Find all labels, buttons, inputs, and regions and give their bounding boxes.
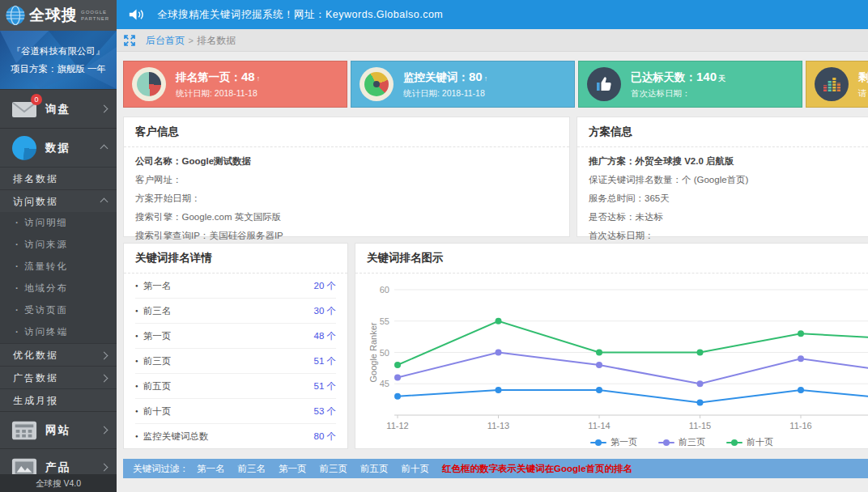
breadcrumb: 后台首页 > 排名数据 (117, 29, 868, 52)
chevron-right-icon (100, 105, 108, 113)
partner-label: GOOGLE PARTNER (81, 9, 109, 22)
rank-row-page5: 前五页51 个 (135, 374, 336, 399)
rank-row-total: 监控关键词总数80 个 (135, 424, 336, 449)
svg-text:55: 55 (380, 316, 389, 326)
sidebar-item-visited-pages[interactable]: 受访页面 (0, 299, 117, 321)
panel-title: 客户信息 (124, 117, 569, 147)
stat-card-subtitle: 请 (858, 88, 868, 100)
breadcrumb-current: 排名数据 (197, 35, 236, 46)
info-row-promotion-plan: 推广方案：外贸全球搜 V2.0 启航版 (589, 152, 868, 171)
stat-card-first-page-ranking[interactable]: 排名第一页：48↑ 统计日期: 2018-11-18 (123, 61, 347, 108)
keyword-ranking-detail-panel: 关键词排名详情 第一名20 个 前三名30 个 第一页48 个 前三页51 个 … (123, 243, 348, 449)
stat-card-subtitle: 统计日期: 2018-11-18 (176, 88, 260, 100)
breadcrumb-home[interactable]: 后台首页 (146, 35, 185, 46)
chevron-right-icon (100, 464, 108, 472)
rank-row-top3: 前三名30 个 (135, 299, 336, 324)
pie-icon (12, 136, 36, 160)
svg-text:11-13: 11-13 (487, 421, 509, 430)
chevron-right-icon (100, 375, 108, 383)
filter-top1[interactable]: 第一名 (197, 463, 225, 475)
svg-text:11-16: 11-16 (789, 421, 811, 430)
breadcrumb-separator: > (188, 36, 193, 45)
line-chart: 4550556011-1211-1311-1411-1511-16Google … (355, 274, 868, 435)
sidebar: 全球搜 GOOGLE PARTNER 『谷道科技有限公司』 项目方案：旗舰版 一… (0, 0, 117, 492)
sidebar-item-region-distribution[interactable]: 地域分布 (0, 278, 117, 299)
thumbs-up-icon (587, 67, 621, 101)
svg-text:Google Ranker: Google Ranker (368, 322, 378, 382)
sidebar-item-inquiry[interactable]: 0 询盘 (0, 89, 117, 128)
info-row-service-time: 服务总时间：365天 (589, 189, 868, 208)
announcement-text: 全球搜精准关键词挖掘系统！网址：Keywords.Globalso.com (157, 8, 443, 22)
inquiry-badge: 0 (31, 94, 42, 105)
customer-info-panel: 客户信息 公司名称：Google测试数据 客户网址： 方案开始日期： 搜索引擎：… (123, 117, 570, 237)
svg-text:11-15: 11-15 (689, 421, 711, 430)
filter-page3[interactable]: 前三页 (320, 463, 348, 475)
filter-top3[interactable]: 前三名 (238, 463, 266, 475)
chevron-up-icon (100, 145, 108, 153)
bar-chart-icon (815, 67, 849, 101)
rank-row-top1: 第一名20 个 (135, 274, 336, 299)
main-area: 全球搜精准关键词挖掘系统！网址：Keywords.Globalso.com 后台… (117, 0, 868, 478)
panel-title: 关键词排名图示 (355, 244, 868, 274)
app-logo[interactable]: 全球搜 GOOGLE PARTNER (0, 0, 117, 31)
top-announcement-bar: 全球搜精准关键词挖掘系统！网址：Keywords.Globalso.com (117, 0, 868, 29)
ranking-line-chart: 4550556011-1211-1311-1411-1511-16Google … (367, 274, 868, 431)
sidebar-item-visit-detail[interactable]: 访问明细 (0, 212, 117, 234)
stat-card-subtitle: 统计日期: 2018-11-18 (403, 88, 487, 100)
filter-page10[interactable]: 前十页 (402, 463, 430, 475)
panel-title: 关键词排名详情 (124, 244, 347, 274)
filter-page1[interactable]: 第一页 (279, 463, 307, 475)
chevron-right-icon (100, 426, 108, 435)
svg-text:60: 60 (380, 285, 389, 295)
info-row-guaranteed-keywords: 保证关键词排名数量：个 (Google首页) (589, 171, 868, 189)
filter-label: 关键词过滤： (133, 463, 189, 475)
sidebar-item-monthly-report[interactable]: 生成月报 (0, 388, 117, 411)
chevron-right-icon (100, 352, 108, 360)
svg-text:11-14: 11-14 (588, 421, 610, 430)
chart-legend: 第一页 前三页 前十页 (355, 436, 868, 448)
stat-card-days-achieved[interactable]: 已达标天数：140天 首次达标日期： (578, 61, 802, 108)
legend-marker-icon (726, 439, 742, 446)
chevron-up-icon (100, 198, 108, 206)
info-row-company-name: 公司名称：Google测试数据 (135, 152, 558, 171)
stat-cards-row: 排名第一页：48↑ 统计日期: 2018-11-18 监控关键词：80↑ 统计日… (123, 61, 868, 108)
sidebar-item-ad-data[interactable]: 广告数据 (0, 366, 117, 388)
project-plan: 项目方案：旗舰版 一年 (0, 60, 117, 78)
legend-item[interactable]: 前十页 (726, 436, 773, 448)
svg-text:45: 45 (380, 379, 389, 388)
keyword-ranking-chart-panel: 关键词排名图示 4550556011-1211-1311-1411-1511-1… (355, 243, 868, 449)
plan-info-panel: 方案信息 推广方案：外贸全球搜 V2.0 启航版 保证关键词排名数量：个 (Go… (577, 117, 868, 237)
rank-row-page10: 前十页53 个 (135, 399, 336, 424)
stat-card-remaining[interactable]: 剩余 请 (806, 61, 868, 108)
sidebar-item-visit-terminal[interactable]: 访问终端 (0, 321, 117, 343)
sidebar-item-ranking-data[interactable]: 排名数据 (0, 167, 117, 189)
sidebar-item-optimization-data[interactable]: 优化数据 (0, 343, 117, 366)
legend-item[interactable]: 第一页 (590, 436, 637, 448)
sidebar-item-data[interactable]: 数据 (0, 128, 117, 167)
legend-marker-icon (658, 439, 674, 446)
legend-marker-icon (590, 439, 606, 446)
svg-text:50: 50 (380, 348, 389, 358)
legend-item[interactable]: 前三页 (658, 436, 705, 448)
rank-row-page1: 第一页48 个 (135, 324, 336, 349)
stat-card-subtitle: 首次达标日期： (631, 88, 725, 100)
expand-icon[interactable] (123, 34, 136, 47)
filter-page5[interactable]: 前五页 (360, 463, 389, 475)
stat-card-monitored-keywords[interactable]: 监控关键词：80↑ 统计日期: 2018-11-18 (351, 61, 575, 108)
rank-row-page3: 前三页51 个 (135, 349, 336, 374)
color-wheel-icon (360, 67, 394, 101)
globe-icon (5, 5, 26, 26)
sidebar-item-visit-source[interactable]: 访问来源 (0, 234, 117, 256)
info-row-plan-start-date: 方案开始日期： (135, 189, 558, 208)
company-panel: 『谷道科技有限公司』 项目方案：旗舰版 一年 (0, 31, 117, 89)
info-row-customer-website: 客户网址： (135, 171, 558, 189)
panel-title: 方案信息 (577, 117, 868, 147)
sidebar-item-traffic-conversion[interactable]: 流量转化 (0, 256, 117, 278)
info-row-search-engine: 搜索引擎：Google.com 英文国际版 (135, 208, 558, 227)
filter-note: 红色框的数字表示关键词在Google首页的排名 (442, 463, 632, 475)
grid-icon (11, 420, 37, 441)
speaker-icon (128, 7, 146, 22)
sidebar-item-visit-data[interactable]: 访问数据 (0, 189, 117, 212)
app-version: 全球搜 V4.0 (0, 474, 117, 492)
sidebar-item-website[interactable]: 网站 (0, 411, 117, 448)
